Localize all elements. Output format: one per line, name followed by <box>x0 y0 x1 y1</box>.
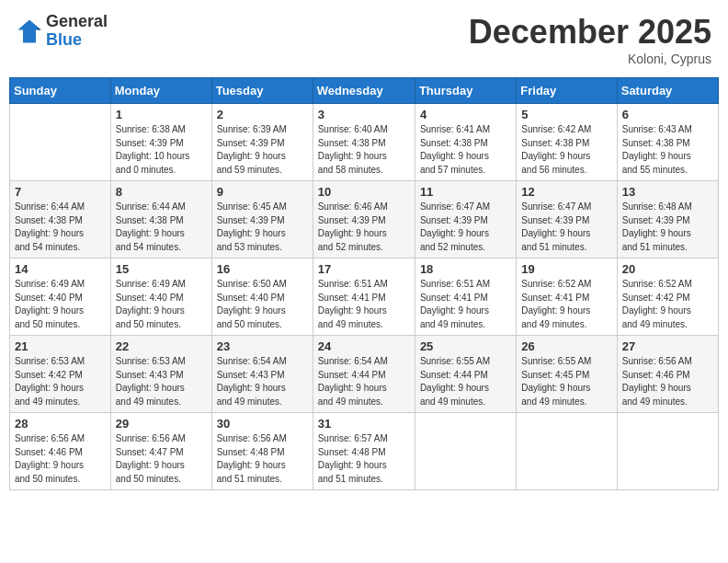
location-subtitle: Koloni, Cyprus <box>469 52 711 66</box>
day-info: Sunrise: 6:42 AMSunset: 4:38 PMDaylight:… <box>521 123 611 177</box>
day-cell: 14Sunrise: 6:49 AMSunset: 4:40 PMDayligh… <box>10 259 111 336</box>
week-row-3: 14Sunrise: 6:49 AMSunset: 4:40 PMDayligh… <box>10 259 719 336</box>
title-area: December 2025 Koloni, Cyprus <box>469 13 711 66</box>
day-info: Sunrise: 6:52 AMSunset: 4:41 PMDaylight:… <box>521 278 611 331</box>
day-cell: 4Sunrise: 6:41 AMSunset: 4:38 PMDaylight… <box>415 104 516 181</box>
day-number: 18 <box>420 262 511 276</box>
day-cell: 30Sunrise: 6:56 AMSunset: 4:48 PMDayligh… <box>211 413 313 490</box>
day-cell <box>415 413 516 490</box>
day-info: Sunrise: 6:47 AMSunset: 4:39 PMDaylight:… <box>420 201 511 254</box>
day-cell: 9Sunrise: 6:45 AMSunset: 4:39 PMDaylight… <box>211 181 313 259</box>
week-row-4: 21Sunrise: 6:53 AMSunset: 4:42 PMDayligh… <box>10 336 719 413</box>
day-number: 20 <box>622 262 713 276</box>
day-number: 10 <box>318 185 410 199</box>
day-cell: 2Sunrise: 6:39 AMSunset: 4:39 PMDaylight… <box>211 104 313 181</box>
day-info: Sunrise: 6:53 AMSunset: 4:43 PMDaylight:… <box>116 355 207 408</box>
day-cell: 7Sunrise: 6:44 AMSunset: 4:38 PMDaylight… <box>10 181 111 259</box>
day-number: 4 <box>420 108 511 121</box>
logo: General Blue <box>17 13 108 50</box>
day-info: Sunrise: 6:49 AMSunset: 4:40 PMDaylight:… <box>116 278 207 331</box>
day-cell: 27Sunrise: 6:56 AMSunset: 4:46 PMDayligh… <box>617 336 718 413</box>
day-number: 12 <box>521 185 611 199</box>
day-cell: 23Sunrise: 6:54 AMSunset: 4:43 PMDayligh… <box>211 336 313 413</box>
calendar-table: SundayMondayTuesdayWednesdayThursdayFrid… <box>9 77 719 490</box>
day-info: Sunrise: 6:45 AMSunset: 4:39 PMDaylight:… <box>217 201 308 254</box>
weekday-header-monday: Monday <box>110 78 211 104</box>
day-cell: 6Sunrise: 6:43 AMSunset: 4:38 PMDaylight… <box>617 104 718 181</box>
day-info: Sunrise: 6:51 AMSunset: 4:41 PMDaylight:… <box>318 278 410 331</box>
day-cell: 29Sunrise: 6:56 AMSunset: 4:47 PMDayligh… <box>110 413 211 490</box>
day-cell: 3Sunrise: 6:40 AMSunset: 4:38 PMDaylight… <box>313 104 415 181</box>
day-number: 30 <box>217 417 308 431</box>
day-info: Sunrise: 6:57 AMSunset: 4:48 PMDaylight:… <box>318 432 410 486</box>
day-cell: 1Sunrise: 6:38 AMSunset: 4:39 PMDaylight… <box>110 104 211 181</box>
day-info: Sunrise: 6:44 AMSunset: 4:38 PMDaylight:… <box>15 201 106 254</box>
week-row-1: 1Sunrise: 6:38 AMSunset: 4:39 PMDaylight… <box>10 104 719 181</box>
day-cell <box>517 413 617 490</box>
weekday-header-tuesday: Tuesday <box>211 78 313 104</box>
weekday-header-saturday: Saturday <box>617 78 718 104</box>
day-info: Sunrise: 6:50 AMSunset: 4:40 PMDaylight:… <box>217 278 308 331</box>
day-cell: 25Sunrise: 6:55 AMSunset: 4:44 PMDayligh… <box>415 336 516 413</box>
logo-icon <box>17 18 42 44</box>
day-cell: 19Sunrise: 6:52 AMSunset: 4:41 PMDayligh… <box>517 259 617 336</box>
day-info: Sunrise: 6:56 AMSunset: 4:47 PMDaylight:… <box>116 432 207 486</box>
day-number: 24 <box>318 339 410 353</box>
day-number: 19 <box>521 262 611 276</box>
day-number: 16 <box>217 262 308 276</box>
day-info: Sunrise: 6:41 AMSunset: 4:38 PMDaylight:… <box>420 123 511 177</box>
day-info: Sunrise: 6:54 AMSunset: 4:44 PMDaylight:… <box>318 355 410 408</box>
day-info: Sunrise: 6:52 AMSunset: 4:42 PMDaylight:… <box>622 278 713 331</box>
day-number: 3 <box>318 108 410 121</box>
logo-blue-text: Blue <box>46 31 108 50</box>
day-cell: 28Sunrise: 6:56 AMSunset: 4:46 PMDayligh… <box>10 413 111 490</box>
day-cell: 12Sunrise: 6:47 AMSunset: 4:39 PMDayligh… <box>517 181 617 259</box>
day-info: Sunrise: 6:48 AMSunset: 4:39 PMDaylight:… <box>622 201 713 254</box>
weekday-header-wednesday: Wednesday <box>313 78 415 104</box>
logo-general-text: General <box>46 13 108 31</box>
day-number: 15 <box>116 262 207 276</box>
day-info: Sunrise: 6:55 AMSunset: 4:45 PMDaylight:… <box>521 355 611 408</box>
day-info: Sunrise: 6:40 AMSunset: 4:38 PMDaylight:… <box>318 123 410 177</box>
day-cell: 22Sunrise: 6:53 AMSunset: 4:43 PMDayligh… <box>110 336 211 413</box>
weekday-header-sunday: Sunday <box>10 78 111 104</box>
day-number: 23 <box>217 339 308 353</box>
day-info: Sunrise: 6:56 AMSunset: 4:48 PMDaylight:… <box>217 432 308 486</box>
weekday-header-row: SundayMondayTuesdayWednesdayThursdayFrid… <box>10 78 719 104</box>
day-number: 25 <box>420 339 511 353</box>
day-number: 6 <box>622 108 713 121</box>
day-info: Sunrise: 6:43 AMSunset: 4:38 PMDaylight:… <box>622 123 713 177</box>
day-number: 11 <box>420 185 511 199</box>
day-info: Sunrise: 6:56 AMSunset: 4:46 PMDaylight:… <box>15 432 106 486</box>
day-cell: 31Sunrise: 6:57 AMSunset: 4:48 PMDayligh… <box>313 413 415 490</box>
day-info: Sunrise: 6:54 AMSunset: 4:43 PMDaylight:… <box>217 355 308 408</box>
day-number: 1 <box>116 108 207 121</box>
page-header: General Blue December 2025 Koloni, Cypru… <box>9 9 719 70</box>
day-number: 9 <box>217 185 308 199</box>
day-number: 26 <box>521 339 611 353</box>
day-info: Sunrise: 6:44 AMSunset: 4:38 PMDaylight:… <box>116 201 207 254</box>
day-number: 31 <box>318 417 410 431</box>
weekday-header-thursday: Thursday <box>415 78 516 104</box>
day-number: 2 <box>217 108 308 121</box>
day-cell: 11Sunrise: 6:47 AMSunset: 4:39 PMDayligh… <box>415 181 516 259</box>
week-row-2: 7Sunrise: 6:44 AMSunset: 4:38 PMDaylight… <box>10 181 719 259</box>
day-cell: 18Sunrise: 6:51 AMSunset: 4:41 PMDayligh… <box>415 259 516 336</box>
day-cell: 17Sunrise: 6:51 AMSunset: 4:41 PMDayligh… <box>313 259 415 336</box>
day-info: Sunrise: 6:56 AMSunset: 4:46 PMDaylight:… <box>622 355 713 408</box>
week-row-5: 28Sunrise: 6:56 AMSunset: 4:46 PMDayligh… <box>10 413 719 490</box>
day-number: 13 <box>622 185 713 199</box>
day-cell: 16Sunrise: 6:50 AMSunset: 4:40 PMDayligh… <box>211 259 313 336</box>
day-number: 22 <box>116 339 207 353</box>
day-number: 17 <box>318 262 410 276</box>
day-info: Sunrise: 6:47 AMSunset: 4:39 PMDaylight:… <box>521 201 611 254</box>
day-cell <box>10 104 111 181</box>
day-info: Sunrise: 6:55 AMSunset: 4:44 PMDaylight:… <box>420 355 511 408</box>
day-cell: 20Sunrise: 6:52 AMSunset: 4:42 PMDayligh… <box>617 259 718 336</box>
day-info: Sunrise: 6:49 AMSunset: 4:40 PMDaylight:… <box>15 278 106 331</box>
day-number: 7 <box>15 185 106 199</box>
svg-marker-0 <box>17 19 40 42</box>
day-number: 29 <box>116 417 207 431</box>
day-number: 14 <box>15 262 106 276</box>
day-cell: 26Sunrise: 6:55 AMSunset: 4:45 PMDayligh… <box>517 336 617 413</box>
